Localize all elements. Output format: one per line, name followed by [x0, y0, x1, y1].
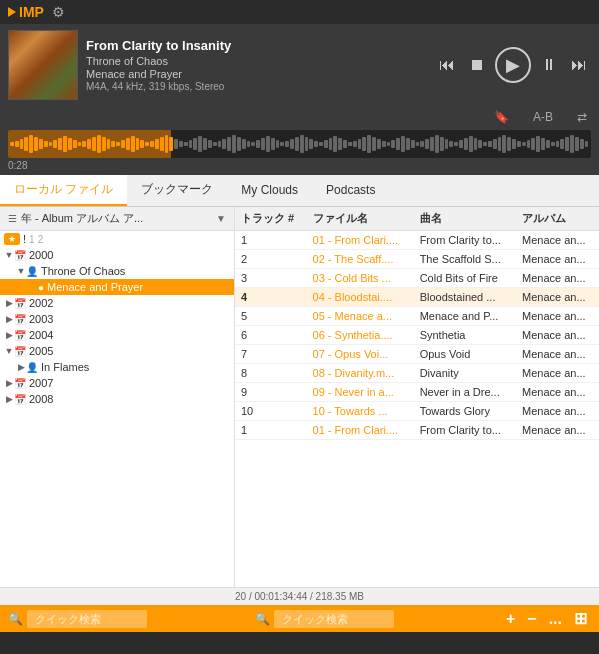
table-row[interactable]: 7 07 - Opus Voi... Opus Void Menace an..…	[235, 345, 599, 364]
tree-item-menace[interactable]: ● Menace and Prayer	[0, 279, 234, 295]
cell-num: 10	[235, 402, 307, 421]
wave-line	[358, 139, 362, 149]
status-bar: 20 / 00:01:34:44 / 218.35 MB	[0, 587, 599, 605]
wave-line	[536, 136, 540, 152]
table-row[interactable]: 2 02 - The Scaff.... The Scaffold S... M…	[235, 250, 599, 269]
num-badge-1: 1	[29, 234, 35, 245]
playing-icon: ●	[38, 282, 44, 293]
play-button[interactable]: ▶	[495, 47, 531, 83]
search-input-left[interactable]	[27, 610, 147, 628]
tab-local[interactable]: ローカル ファイル	[0, 175, 127, 206]
cell-album: Menace an...	[516, 307, 599, 326]
tree-item-2000[interactable]: ▼ 📅 2000	[0, 247, 234, 263]
table-row[interactable]: 1 01 - From Clari.... From Clarity to...…	[235, 231, 599, 250]
year-label-2007: 2007	[29, 377, 53, 389]
year-icon-2004: 📅	[14, 330, 26, 341]
next-button[interactable]: ⏭	[567, 53, 591, 77]
expand-2000: ▼	[4, 250, 14, 260]
wave-line	[218, 141, 222, 147]
wave-line	[324, 140, 328, 148]
wave-line	[565, 137, 569, 151]
bookmark-toggle[interactable]: 🔖	[490, 108, 513, 126]
add-button[interactable]: +	[502, 610, 519, 628]
track-album: Throne of Chaos	[86, 55, 427, 67]
year-label-2000: 2000	[29, 249, 53, 261]
col-album[interactable]: アルバム	[516, 207, 599, 231]
tab-bookmark[interactable]: ブックマーク	[127, 175, 227, 206]
cell-album: Menace an...	[516, 250, 599, 269]
settings-icon[interactable]: ⚙	[52, 4, 65, 20]
expand-2005: ▼	[4, 346, 14, 356]
table-row[interactable]: 3 03 - Cold Bits ... Cold Bits of Fire M…	[235, 269, 599, 288]
cell-filename: 05 - Menace a...	[307, 307, 414, 326]
waveform-section: 0:28	[0, 130, 599, 175]
status-text: 20 / 00:01:34:44 / 218.35 MB	[235, 591, 364, 602]
table-row[interactable]: 8 08 - Divanity.m... Divanity Menace an.…	[235, 364, 599, 383]
wave-line	[416, 142, 420, 146]
minus-button[interactable]: −	[523, 610, 540, 628]
star-label: !	[23, 233, 26, 245]
tree-item-2005[interactable]: ▼ 📅 2005	[0, 343, 234, 359]
table-row[interactable]: 4 04 - Bloodstai.... Bloodstained ... Me…	[235, 288, 599, 307]
logo-triangle	[8, 7, 16, 17]
table-row[interactable]: 10 10 - Towards ... Towards Glory Menace…	[235, 402, 599, 421]
wave-line	[227, 137, 231, 151]
table-row[interactable]: 5 05 - Menace a... Menace and P... Menac…	[235, 307, 599, 326]
tree-item-2007[interactable]: ▶ 📅 2007	[0, 375, 234, 391]
app-logo: IMP	[8, 4, 44, 20]
year-label-2005: 2005	[29, 345, 53, 357]
wave-line	[367, 135, 371, 153]
table-row[interactable]: 6 06 - Synthetia.... Synthetia Menace an…	[235, 326, 599, 345]
track-table: トラック # ファイル名 曲名 アルバム 1 01 - From Clari..…	[235, 207, 599, 440]
wave-line	[464, 138, 468, 150]
stop-button[interactable]: ⏹	[465, 53, 489, 77]
wave-line	[305, 137, 309, 151]
extra-controls: 🔖 A-B ⇄	[0, 106, 599, 130]
tab-podcasts[interactable]: Podcasts	[312, 177, 389, 205]
tree-item-2004[interactable]: ▶ 📅 2004	[0, 327, 234, 343]
track-meta: M4A, 44 kHz, 319 kbps, Stereo	[86, 81, 427, 92]
tree-item-inflames[interactable]: ▶ 👤 In Flames	[0, 359, 234, 375]
tracklist-panel: トラック # ファイル名 曲名 アルバム 1 01 - From Clari..…	[235, 207, 599, 587]
waveform[interactable]	[8, 130, 591, 158]
tree-item-2003[interactable]: ▶ 📅 2003	[0, 311, 234, 327]
wave-line	[493, 139, 497, 149]
wave-line	[290, 139, 294, 149]
ab-button[interactable]: A-B	[529, 108, 557, 126]
grid-button[interactable]: ⊞	[570, 609, 591, 628]
table-row[interactable]: 1 01 - From Clari.... From Clarity to...…	[235, 421, 599, 440]
wave-line	[314, 141, 318, 147]
shuffle-button[interactable]: ⇄	[573, 108, 591, 126]
tab-clouds[interactable]: My Clouds	[227, 177, 312, 205]
top-bar: IMP ⚙	[0, 0, 599, 24]
cell-title: From Clarity to...	[414, 421, 516, 440]
album-art	[8, 30, 78, 100]
artist-label-throne: Throne Of Chaos	[41, 265, 125, 277]
playback-controls: ⏮ ⏹ ▶ ⏸ ⏭	[435, 47, 591, 83]
year-icon-2003: 📅	[14, 314, 26, 325]
col-title[interactable]: 曲名	[414, 207, 516, 231]
track-sub: Menace and Prayer	[86, 68, 427, 80]
expand-inflames: ▶	[16, 362, 26, 372]
tree-sort-button[interactable]: ▼	[216, 213, 226, 224]
cell-filename: 01 - From Clari....	[307, 421, 414, 440]
year-icon-2007: 📅	[14, 378, 26, 389]
col-track-num[interactable]: トラック #	[235, 207, 307, 231]
table-row[interactable]: 9 09 - Never in a... Never in a Dre... M…	[235, 383, 599, 402]
tree-item-throne[interactable]: ▼ 👤 Throne Of Chaos	[0, 263, 234, 279]
col-filename[interactable]: ファイル名	[307, 207, 414, 231]
app-name: IMP	[19, 4, 44, 20]
wave-line	[338, 138, 342, 150]
search-input-right[interactable]	[274, 610, 394, 628]
cell-num: 2	[235, 250, 307, 269]
wave-line	[309, 139, 313, 149]
pause-button[interactable]: ⏸	[537, 53, 561, 77]
tree-item-2008[interactable]: ▶ 📅 2008	[0, 391, 234, 407]
tree-item-2002[interactable]: ▶ 📅 2002	[0, 295, 234, 311]
wave-line	[174, 139, 178, 149]
prev-button[interactable]: ⏮	[435, 53, 459, 77]
more-button[interactable]: ...	[545, 610, 566, 628]
artist-icon: 👤	[26, 266, 38, 277]
year-label-2008: 2008	[29, 393, 53, 405]
tree-item-star[interactable]: ★ ! 1 2	[0, 231, 234, 247]
